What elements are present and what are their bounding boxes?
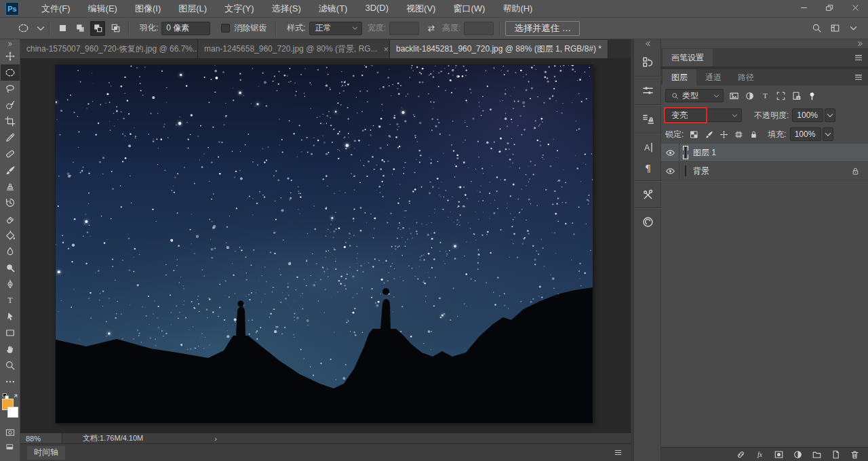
fill-input[interactable]: 100% [790,127,821,141]
lock-pixels-icon[interactable] [705,130,713,139]
tab-close-icon[interactable]: × [608,45,608,54]
open-image[interactable] [56,65,593,423]
character-panel-icon[interactable]: A [634,136,661,159]
menu-file[interactable]: 文件(F) [34,0,78,18]
fill-dropdown-icon[interactable] [823,127,833,141]
elliptical-marquee-preview-icon[interactable] [18,21,35,36]
lock-artboard-icon[interactable] [734,130,743,139]
feather-input[interactable]: 0 像素 [161,22,210,35]
collapse-left-icon[interactable] [634,39,661,48]
panel-menu-icon[interactable] [614,448,623,457]
workspace-icon[interactable] [830,23,840,33]
height-input[interactable] [464,22,494,35]
delete-layer-icon[interactable] [850,449,860,460]
new-selection-button[interactable] [55,21,70,36]
panel-menu-icon[interactable] [854,73,863,82]
layer-style-fx-icon[interactable]: fx [755,449,765,460]
new-adjustment-icon[interactable] [793,449,803,460]
pen-tool[interactable] [1,276,20,292]
close-icon[interactable] [842,0,868,16]
layer-name[interactable]: 背景 [693,165,709,177]
intersect-selection-button[interactable] [108,21,123,36]
minimize-icon[interactable] [791,0,816,16]
tab-timeline[interactable]: 时间轴 [27,446,65,460]
menu-edit[interactable]: 编辑(E) [81,0,125,18]
menu-3d[interactable]: 3D(D) [357,0,396,18]
swap-dimensions-icon[interactable] [426,23,437,34]
document-tab[interactable]: man-1245658_960_720.jpg @ 80% (背景, RG...… [198,40,390,58]
visibility-eye-icon[interactable] [661,144,679,161]
tool-presets-panel-icon[interactable] [634,183,661,206]
new-layer-icon[interactable] [831,449,841,460]
path-selection-tool[interactable] [1,308,20,325]
lock-position-icon[interactable] [719,130,728,139]
quick-selection-tool[interactable] [1,97,20,113]
elliptical-marquee-tool[interactable] [1,64,20,81]
add-mask-icon[interactable] [774,449,784,460]
document-tab[interactable]: china-1575007_960_720-恢复的.jpg @ 66.7%...… [20,40,198,58]
eraser-tool[interactable] [1,211,20,227]
menu-select[interactable]: 选择(S) [264,0,308,18]
clone-source-panel-icon[interactable] [634,107,661,130]
shape-layer-filter-icon[interactable] [776,91,786,101]
tab-paths[interactable]: 路径 [729,69,763,85]
zoom-level-input[interactable]: 88% [20,433,62,444]
status-expand-icon[interactable]: › [214,435,217,443]
layer-row[interactable]: 背景 [661,162,868,180]
crop-tool[interactable] [1,113,20,129]
opacity-input[interactable]: 100% [792,108,823,122]
gradient-tool[interactable] [1,227,20,243]
hand-tool[interactable] [1,341,20,357]
menu-filter[interactable]: 滤镜(T) [311,0,355,18]
type-layer-filter-icon[interactable]: T [760,91,770,101]
dodge-tool[interactable] [1,260,20,276]
link-layers-icon[interactable] [736,449,746,460]
menu-layer[interactable]: 图层(L) [171,0,214,18]
lasso-tool[interactable] [1,81,20,97]
lock-all-icon[interactable] [749,130,758,139]
creative-cloud-icon[interactable] [634,210,661,233]
background-color-swatch[interactable] [7,407,18,418]
blend-mode-select[interactable]: 变亮 [665,108,742,122]
zoom-tool[interactable] [1,357,20,374]
collapse-right-icon[interactable] [856,41,864,47]
move-tool[interactable] [1,48,20,64]
menu-view[interactable]: 视图(V) [399,0,443,18]
antialias-checkbox[interactable] [221,24,230,33]
edit-toolbar-icon[interactable] [1,374,20,390]
collapse-right-icon[interactable] [7,39,14,48]
menu-image[interactable]: 图像(I) [127,0,168,18]
tab-channels[interactable]: 通道 [696,69,730,85]
smart-object-filter-icon[interactable] [791,91,802,101]
eyedropper-tool[interactable] [1,129,20,146]
layer-thumbnail[interactable] [685,148,686,157]
menu-type[interactable]: 文字(Y) [217,0,261,18]
document-tab-active[interactable]: backlit-1845281_960_720.jpg @ 88% (图层 1,… [390,40,608,58]
clone-stamp-tool[interactable] [1,178,20,195]
select-and-mask-button[interactable]: 选择并遮住 … [505,21,580,36]
adjustment-layer-filter-icon[interactable] [745,91,755,101]
blur-tool[interactable] [1,243,20,260]
menu-window[interactable]: 窗口(W) [446,0,492,18]
pixel-layer-filter-icon[interactable] [729,91,739,101]
tab-close-icon[interactable]: × [384,45,389,54]
search-icon[interactable] [812,23,822,33]
lock-transparent-icon[interactable] [690,130,698,139]
chevron-down-icon[interactable] [848,23,859,33]
type-tool[interactable]: T [1,292,20,308]
filter-type-select[interactable]: 类型 [665,89,724,102]
new-group-icon[interactable] [812,449,822,460]
rectangle-tool[interactable] [1,325,20,341]
chevron-down-icon[interactable] [35,23,43,34]
tab-layers[interactable]: 图层 [663,69,696,85]
add-selection-button[interactable] [73,21,87,36]
layer-thumbnail[interactable] [685,166,686,176]
style-select[interactable]: 正常 [309,22,362,35]
paragraph-panel-icon[interactable]: ¶ [634,156,661,179]
adjustments-panel-icon[interactable] [634,79,661,102]
layer-name[interactable]: 图层 1 [693,147,716,159]
brush-tool[interactable] [1,162,20,178]
tab-brush-settings[interactable]: 画笔设置 [663,49,713,66]
width-input[interactable] [389,22,419,35]
opacity-dropdown-icon[interactable] [825,108,835,122]
